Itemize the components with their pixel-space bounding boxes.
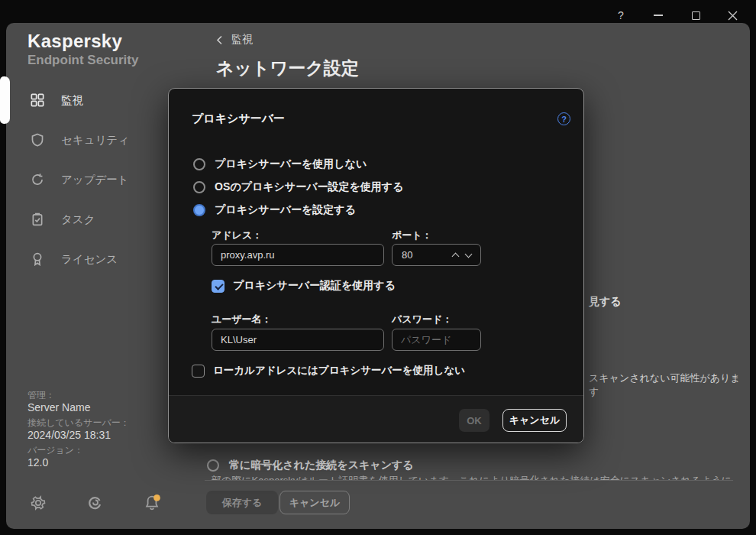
radio-icon bbox=[207, 459, 219, 472]
page-title: ネットワーク設定 bbox=[216, 57, 359, 80]
password-label: パスワード： bbox=[392, 313, 452, 326]
address-input[interactable] bbox=[212, 244, 384, 266]
shield-icon bbox=[31, 133, 44, 147]
maximize-icon bbox=[692, 11, 700, 20]
notification-dot bbox=[153, 494, 160, 501]
port-value: 80 bbox=[393, 249, 453, 261]
sidebar-item-label: タスク bbox=[61, 212, 95, 227]
chevron-up-icon[interactable] bbox=[452, 252, 460, 260]
save-button[interactable]: 保存する bbox=[206, 491, 278, 514]
port-label: ポート： bbox=[392, 229, 432, 242]
desktop-frame: ? Kaspersky Endpoint Security 監視 bbox=[0, 0, 756, 535]
maximize-button[interactable] bbox=[687, 8, 705, 23]
sidebar-item-label: セキュリティ bbox=[61, 133, 129, 148]
connected-time-value: 2024/03/25 18:31 bbox=[27, 429, 111, 441]
address-label: アドレス： bbox=[212, 229, 262, 242]
scan-encrypted-radio-option[interactable]: 常に暗号化された接続をスキャンする bbox=[207, 459, 414, 472]
gear-icon bbox=[29, 494, 47, 512]
radio-no-proxy[interactable]: プロキシサーバーを使用しない bbox=[193, 157, 367, 171]
minimize-button[interactable] bbox=[649, 8, 667, 23]
update-icon bbox=[31, 173, 44, 186]
username-label: ユーザー名： bbox=[212, 313, 272, 326]
dialog-help-button[interactable]: ? bbox=[557, 112, 570, 125]
checkbox-label: プロキシサーバー認証を使用する bbox=[233, 279, 396, 293]
license-icon bbox=[31, 252, 44, 266]
ok-button[interactable]: OK bbox=[459, 409, 489, 432]
notifications-button[interactable] bbox=[142, 494, 162, 514]
radio-os-proxy[interactable]: OSのプロキシサーバー設定を使用する bbox=[193, 180, 404, 194]
connected-server-label: 接続しているサーバー： bbox=[27, 417, 130, 430]
password-input[interactable] bbox=[392, 329, 481, 351]
close-button[interactable] bbox=[723, 8, 741, 23]
radio-selected-icon bbox=[193, 204, 205, 216]
support-tools-button[interactable] bbox=[86, 494, 105, 514]
page-cancel-button[interactable]: キャンセル bbox=[279, 491, 350, 514]
checkbox-checked-icon bbox=[212, 280, 225, 293]
username-input[interactable] bbox=[212, 329, 384, 351]
version-label: バージョン： bbox=[27, 444, 83, 457]
clipped-description-text: 部の際にKasperskyはルート証明書を使用しています。これにより暗号化された… bbox=[212, 474, 732, 480]
sidebar-item-license[interactable]: ライセンス bbox=[6, 239, 168, 279]
sidebar: Kaspersky Endpoint Security 監視 セキュリティ bbox=[6, 23, 168, 529]
radio-label: 常に暗号化された接続をスキャンする bbox=[229, 459, 414, 472]
port-stepper[interactable]: 80 bbox=[392, 244, 481, 266]
section-divider bbox=[205, 480, 733, 481]
breadcrumb-label: 監視 bbox=[231, 33, 253, 47]
radio-label: プロキシサーバーを設定する bbox=[215, 203, 356, 217]
version-value: 12.0 bbox=[27, 456, 48, 469]
radio-icon bbox=[193, 181, 205, 193]
app-window: Kaspersky Endpoint Security 監視 セキュリティ bbox=[6, 23, 750, 529]
settings-button[interactable] bbox=[29, 494, 49, 514]
sidebar-item-monitoring[interactable]: 監視 bbox=[6, 80, 168, 120]
dialog-footer: OK キャンセル bbox=[169, 395, 583, 443]
sidebar-item-label: 監視 bbox=[61, 93, 83, 108]
bypass-local-checkbox[interactable]: ローカルアドレスにはプロキシサーバーを使用しない bbox=[192, 364, 465, 378]
bell-icon bbox=[142, 494, 162, 514]
use-auth-checkbox[interactable]: プロキシサーバー認証を使用する bbox=[212, 279, 396, 293]
breadcrumb[interactable]: 監視 bbox=[216, 33, 253, 47]
tasks-icon bbox=[31, 212, 44, 226]
radio-icon bbox=[193, 158, 205, 170]
restore-icon bbox=[86, 494, 104, 512]
close-icon bbox=[728, 11, 738, 21]
background-text-fragment: 見する bbox=[589, 295, 622, 309]
radio-label: プロキシサーバーを使用しない bbox=[215, 157, 367, 171]
managed-by-label: 管理： bbox=[27, 389, 55, 402]
background-warning-fragment: スキャンされない可能性があります bbox=[589, 371, 750, 399]
brand-product: Endpoint Security bbox=[27, 53, 138, 68]
chevron-down-icon[interactable] bbox=[465, 251, 473, 258]
radio-label: OSのプロキシサーバー設定を使用する bbox=[215, 180, 404, 194]
minimize-icon bbox=[654, 15, 663, 16]
dialog-cancel-button[interactable]: キャンセル bbox=[502, 409, 567, 432]
dashboard-icon bbox=[31, 93, 44, 107]
server-name-value: Server Name bbox=[27, 401, 90, 413]
dialog-title: プロキシサーバー bbox=[192, 112, 285, 126]
sidebar-item-security[interactable]: セキュリティ bbox=[6, 120, 168, 160]
radio-custom-proxy[interactable]: プロキシサーバーを設定する bbox=[193, 203, 356, 217]
sidebar-item-tasks[interactable]: タスク bbox=[6, 199, 168, 239]
checkbox-label: ローカルアドレスにはプロキシサーバーを使用しない bbox=[213, 364, 465, 378]
brand-name: Kaspersky bbox=[27, 31, 122, 52]
sidebar-item-label: アップデート bbox=[61, 173, 129, 187]
sidebar-item-update[interactable]: アップデート bbox=[6, 160, 168, 199]
sidebar-item-label: ライセンス bbox=[61, 252, 118, 267]
proxy-server-dialog: プロキシサーバー ? プロキシサーバーを使用しない OSのプロキシサーバー設定を… bbox=[168, 88, 584, 443]
checkbox-unchecked-icon bbox=[192, 365, 205, 378]
help-button[interactable]: ? bbox=[612, 8, 630, 23]
back-chevron-icon bbox=[216, 35, 223, 45]
